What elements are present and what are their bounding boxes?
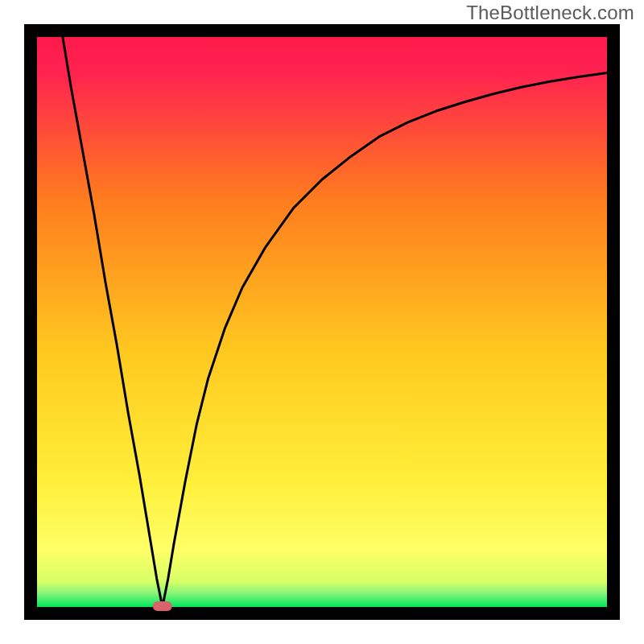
watermark-text: TheBottleneck.com [466, 2, 634, 24]
bottleneck-chart [0, 0, 644, 644]
plot-background [37, 37, 607, 607]
optimal-marker [153, 601, 172, 611]
chart-container: TheBottleneck.com [0, 0, 644, 644]
